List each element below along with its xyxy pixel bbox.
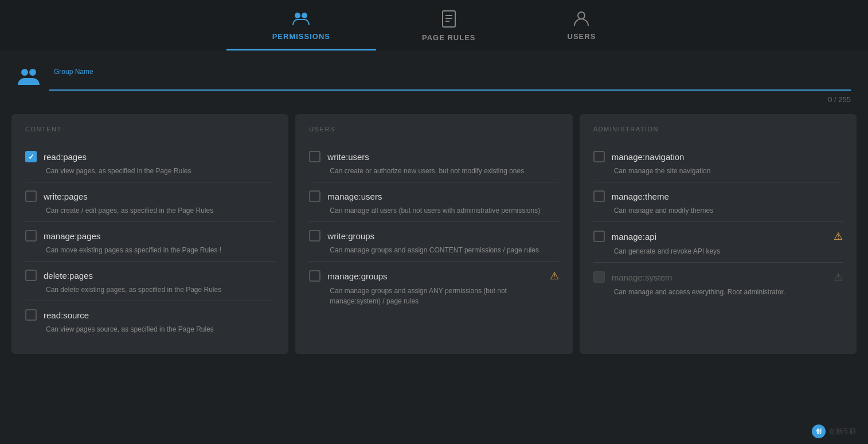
content-card: CONTENT read:pages Can view pages, as sp… — [11, 114, 288, 354]
perm-item-manage-navigation: manage:navigation Can manage the site na… — [593, 143, 843, 182]
permissions-icon — [292, 10, 310, 29]
nav-label-users: USERS — [568, 32, 596, 41]
perm-name-manage-groups: manage:groups — [327, 271, 387, 281]
perm-name-write-groups: write:groups — [327, 231, 374, 241]
warning-icon-manage-groups: ⚠ — [550, 270, 559, 282]
checkbox-manage-users[interactable] — [309, 190, 320, 202]
svg-point-0 — [295, 13, 300, 18]
svg-point-1 — [302, 13, 307, 18]
page-rules-icon — [441, 10, 457, 30]
perm-item-read-source: read:source Can view pages source, as sp… — [25, 301, 275, 340]
brand-logo: 创 — [812, 424, 826, 438]
nav-item-permissions[interactable]: PERMISSIONS — [226, 0, 376, 50]
perm-item-manage-groups: manage:groups ⚠ Can manage groups and as… — [309, 262, 558, 312]
users-card-title: USERS — [309, 126, 558, 133]
perm-desc-write-pages: Can create / edit pages, as specified in… — [25, 205, 275, 216]
perm-name-read-source: read:source — [44, 310, 89, 320]
perm-name-delete-pages: delete:pages — [44, 271, 93, 281]
perm-item-write-groups: write:groups Can manage groups and assig… — [309, 222, 558, 262]
users-icon — [572, 10, 591, 29]
perm-desc-manage-pages: Can move existing pages as specified in … — [25, 245, 275, 255]
administration-card: ADMINISTRATION manage:navigation Can man… — [580, 114, 857, 354]
brand-text: 创新互联 — [829, 427, 857, 437]
perm-desc-write-users: Can create or authorize new users, but n… — [309, 166, 558, 176]
perm-item-manage-theme: manage:theme Can manage and modify theme… — [593, 182, 843, 222]
group-name-input[interactable] — [49, 64, 851, 91]
perm-desc-manage-api: Can generate and revoke API keys — [593, 246, 843, 256]
checkbox-read-pages[interactable] — [25, 151, 37, 162]
perm-desc-manage-groups: Can manage groups and assign ANY permiss… — [309, 286, 558, 306]
perm-desc-read-source: Can view pages source, as specified in t… — [25, 324, 275, 334]
nav-item-users[interactable]: USERS — [522, 0, 642, 50]
perm-name-manage-theme: manage:theme — [612, 192, 669, 201]
permissions-grid: CONTENT read:pages Can view pages, as sp… — [0, 108, 868, 365]
content-card-title: CONTENT — [25, 126, 275, 133]
perm-name-write-users: write:users — [327, 152, 369, 162]
checkbox-manage-groups[interactable] — [309, 270, 320, 282]
group-name-section: Group Name — [0, 50, 868, 95]
perm-name-manage-users: manage:users — [327, 192, 382, 201]
group-avatar-icon — [17, 65, 40, 90]
char-count: 0 / 255 — [0, 95, 868, 108]
checkbox-manage-pages[interactable] — [25, 230, 37, 242]
perm-name-manage-api: manage:api — [612, 232, 656, 242]
checkbox-write-users[interactable] — [309, 151, 320, 162]
perm-name-manage-navigation: manage:navigation — [612, 152, 685, 162]
perm-item-write-users: write:users Can create or authorize new … — [309, 143, 558, 182]
perm-desc-manage-system: Can manage and access everything. Root a… — [593, 287, 843, 297]
svg-point-8 — [29, 69, 36, 76]
perm-desc-read-pages: Can view pages, as specified in the Page… — [25, 166, 275, 176]
perm-name-read-pages: read:pages — [44, 152, 87, 162]
perm-desc-manage-theme: Can manage and modify themes — [593, 205, 843, 216]
perm-name-write-pages: write:pages — [44, 192, 88, 201]
checkbox-manage-system — [593, 271, 605, 283]
svg-point-7 — [21, 69, 28, 76]
warning-icon-manage-api: ⚠ — [834, 230, 843, 243]
perm-desc-delete-pages: Can delete existing pages, as specified … — [25, 285, 275, 295]
group-name-label: Group Name — [54, 68, 93, 76]
perm-desc-manage-users: Can manage all users (but not users with… — [309, 205, 558, 216]
perm-item-manage-api: manage:api ⚠ Can generate and revoke API… — [593, 222, 843, 263]
nav-label-page-rules: PAGE RULES — [422, 33, 476, 42]
perm-item-manage-system: manage:system ⚠ Can manage and access ev… — [593, 263, 843, 303]
perm-item-delete-pages: delete:pages Can delete existing pages, … — [25, 262, 275, 301]
perm-item-write-pages: write:pages Can create / edit pages, as … — [25, 182, 275, 222]
checkbox-read-source[interactable] — [25, 309, 37, 321]
perm-item-manage-users: manage:users Can manage all users (but n… — [309, 182, 558, 222]
svg-point-6 — [578, 12, 585, 19]
top-navigation: PERMISSIONS PAGE RULES USERS — [0, 0, 868, 50]
warning-icon-manage-system: ⚠ — [834, 271, 843, 283]
perm-desc-write-groups: Can manage groups and assign CONTENT per… — [309, 245, 558, 255]
checkbox-manage-navigation[interactable] — [593, 151, 605, 162]
checkbox-write-groups[interactable] — [309, 230, 320, 242]
perm-item-manage-pages: manage:pages Can move existing pages as … — [25, 222, 275, 262]
checkbox-manage-theme[interactable] — [593, 190, 605, 202]
nav-item-page-rules[interactable]: PAGE RULES — [376, 0, 522, 50]
nav-label-permissions: PERMISSIONS — [272, 32, 330, 41]
perm-item-read-pages: read:pages Can view pages, as specified … — [25, 143, 275, 182]
administration-card-title: ADMINISTRATION — [593, 126, 843, 133]
branding: 创 创新互联 — [812, 424, 857, 438]
perm-desc-manage-navigation: Can manage the site navigation — [593, 166, 843, 176]
perm-name-manage-system: manage:system — [612, 272, 672, 282]
perm-name-manage-pages: manage:pages — [44, 231, 100, 241]
group-name-field: Group Name — [49, 64, 851, 91]
checkbox-manage-api[interactable] — [593, 231, 605, 242]
checkbox-write-pages[interactable] — [25, 190, 37, 202]
users-card: USERS write:users Can create or authoriz… — [295, 114, 572, 354]
checkbox-delete-pages[interactable] — [25, 270, 37, 281]
